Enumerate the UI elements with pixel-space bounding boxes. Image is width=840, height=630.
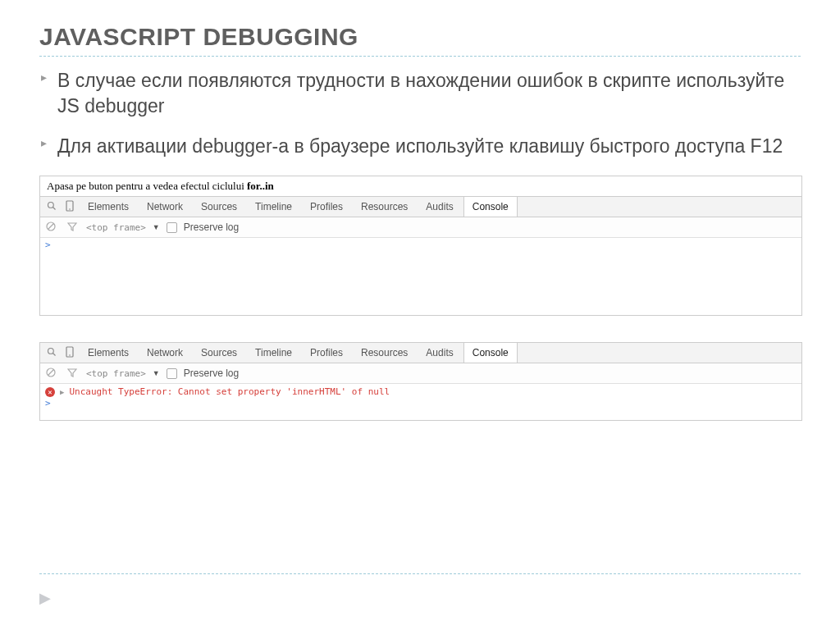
tab-elements[interactable]: Elements [80, 343, 137, 363]
chevron-down-icon[interactable]: ▼ [153, 223, 160, 231]
page-content-text: Apasa pe buton pentru a vedea efectul ci… [40, 176, 801, 197]
svg-point-10 [69, 354, 71, 356]
svg-point-0 [48, 202, 54, 208]
clear-icon[interactable] [43, 221, 58, 234]
disclosure-triangle-icon[interactable]: ▶ [60, 388, 64, 396]
frame-selector[interactable]: <top frame> [86, 222, 146, 233]
preserve-log-checkbox[interactable] [167, 368, 177, 379]
search-icon[interactable] [43, 347, 60, 359]
tab-sources[interactable]: Sources [193, 197, 245, 217]
tab-console[interactable]: Console [463, 343, 518, 363]
console-output: > [40, 238, 801, 315]
console-prompt[interactable]: > [45, 240, 797, 250]
bullet-list: В случае если появляются трудности в нах… [39, 68, 801, 159]
error-message: Uncaught TypeError: Cannot set property … [69, 386, 390, 397]
console-output: ✕ ▶ Uncaught TypeError: Cannot set prope… [40, 384, 801, 420]
tab-resources[interactable]: Resources [353, 343, 416, 363]
preserve-log-label: Preserve log [184, 368, 239, 379]
console-prompt[interactable]: > [45, 398, 797, 409]
error-icon: ✕ [45, 387, 55, 397]
tab-profiles[interactable]: Profiles [302, 197, 351, 217]
svg-line-1 [53, 207, 56, 209]
svg-marker-13 [68, 369, 76, 377]
console-error-row[interactable]: ✕ ▶ Uncaught TypeError: Cannot set prope… [45, 386, 797, 398]
tab-audits[interactable]: Audits [418, 197, 461, 217]
svg-line-8 [53, 353, 56, 355]
tab-profiles[interactable]: Profiles [302, 343, 351, 363]
svg-line-12 [48, 369, 54, 375]
slide: JAVASCRIPT DEBUGGING В случае если появл… [0, 0, 840, 630]
title-divider [39, 56, 801, 57]
preserve-log-checkbox[interactable] [167, 222, 177, 233]
filter-icon[interactable] [65, 221, 80, 234]
devtools-tabbar: Elements Network Sources Timeline Profil… [40, 197, 801, 217]
next-slide-arrow-icon[interactable]: ▶ [39, 589, 51, 607]
preserve-log-label: Preserve log [184, 221, 239, 233]
svg-point-3 [69, 208, 71, 210]
console-toolbar: <top frame> ▼ Preserve log [40, 363, 801, 384]
slide-title: JAVASCRIPT DEBUGGING [39, 23, 801, 51]
tab-audits[interactable]: Audits [418, 343, 461, 363]
svg-point-7 [48, 348, 54, 354]
bullet-item: В случае если появляются трудности в нах… [39, 68, 801, 119]
devtools-tabbar: Elements Network Sources Timeline Profil… [40, 343, 801, 363]
tab-timeline[interactable]: Timeline [247, 343, 300, 363]
tab-console[interactable]: Console [463, 197, 518, 217]
svg-line-5 [48, 223, 54, 229]
chevron-down-icon[interactable]: ▼ [153, 369, 160, 377]
tab-elements[interactable]: Elements [80, 197, 137, 217]
footer-divider [39, 573, 801, 574]
tab-network[interactable]: Network [139, 343, 191, 363]
bullet-item: Для активации debugger-а в браузере испо… [39, 134, 801, 159]
device-icon[interactable] [62, 346, 78, 360]
tab-resources[interactable]: Resources [353, 197, 416, 217]
devtools-screenshot-clean: Apasa pe buton pentru a vedea efectul ci… [39, 176, 802, 316]
filter-icon[interactable] [65, 368, 80, 380]
tab-network[interactable]: Network [139, 197, 191, 217]
frame-selector[interactable]: <top frame> [86, 368, 146, 379]
devtools-screenshot-error: Elements Network Sources Timeline Profil… [39, 342, 802, 421]
tab-timeline[interactable]: Timeline [247, 197, 300, 217]
page-text: Apasa pe buton pentru a vedea efectul ci… [47, 180, 247, 192]
page-text-bold: for..in [247, 180, 274, 192]
tab-sources[interactable]: Sources [193, 343, 245, 363]
search-icon[interactable] [43, 201, 60, 213]
svg-marker-6 [68, 223, 76, 231]
console-toolbar: <top frame> ▼ Preserve log [40, 217, 801, 238]
clear-icon[interactable] [43, 368, 58, 380]
device-icon[interactable] [62, 200, 78, 214]
